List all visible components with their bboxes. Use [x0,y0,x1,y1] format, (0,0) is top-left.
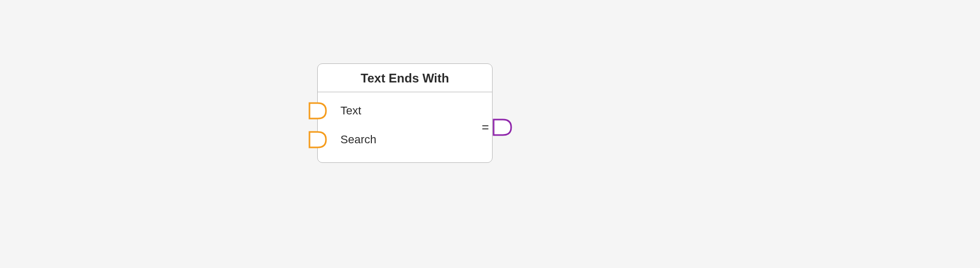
node-title: Text Ends With [361,71,449,85]
node-body: Text Search = [318,92,492,162]
node-header: Text Ends With [318,64,492,92]
canvas: Text Ends With Text Search [0,0,980,268]
port-icon [307,102,328,120]
input-label-search: Search [340,133,377,146]
node-text-ends-with[interactable]: Text Ends With Text Search [317,63,493,163]
input-port-row-text: Text [318,96,492,125]
port-icon [307,131,328,148]
output-label: = [482,120,489,135]
output-port-row: = [482,120,492,135]
port-icon [492,119,513,136]
input-port-search[interactable] [307,131,328,148]
input-port-text[interactable] [307,102,328,120]
input-label-text: Text [340,104,361,118]
output-port[interactable] [492,119,513,136]
input-port-row-search: Search [318,125,492,154]
